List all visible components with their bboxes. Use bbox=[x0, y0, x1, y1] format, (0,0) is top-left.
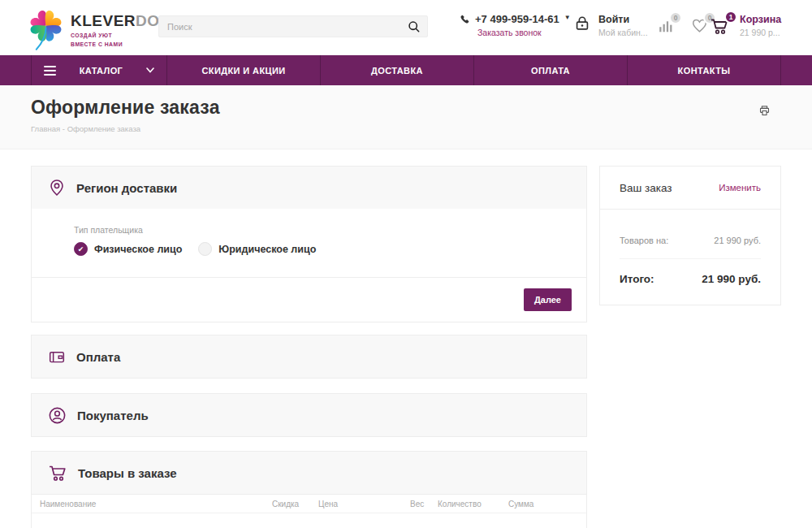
section-title: Покупатель bbox=[77, 409, 149, 422]
printer-icon bbox=[758, 105, 771, 117]
items-subtotal: 21 990 руб. bbox=[714, 236, 761, 245]
section-title: Оплата bbox=[76, 350, 120, 364]
section-delivery-region: Регион доставки Тип плательщика ✔ Физиче… bbox=[31, 166, 587, 322]
chevron-down-icon bbox=[146, 67, 154, 73]
breadcrumb-current: Оформление заказа bbox=[67, 124, 140, 133]
cart-total: 21 990 р... bbox=[740, 28, 781, 37]
summary-total-row: Итого: 21 990 руб. bbox=[620, 259, 761, 301]
cart-icon bbox=[48, 464, 67, 482]
radio-legal-entity[interactable]: ✔ Юридическое лицо bbox=[198, 242, 316, 256]
nav-item-catalog[interactable]: КАТАЛОГ bbox=[31, 55, 166, 85]
section-order-items: Товары в заказе Наименование Скидка Цена… bbox=[31, 451, 587, 528]
order-table-header: Наименование Скидка Цена Вес Количество … bbox=[32, 494, 586, 513]
login-block[interactable]: Войти Мой кабин... bbox=[573, 14, 648, 37]
header-counters: 0 0 bbox=[658, 18, 708, 33]
store-logo[interactable]: KLEVERDOM СОЗДАЙ УЮТ ВМЕСТЕ С НАМИ bbox=[27, 5, 173, 52]
nav-item-payment[interactable]: ОПЛАТА bbox=[473, 55, 627, 85]
hamburger-icon bbox=[44, 66, 56, 76]
main-content: Регион доставки Тип плательщика ✔ Физиче… bbox=[0, 149, 812, 528]
col-sum: Сумма bbox=[508, 500, 533, 509]
account-link[interactable]: Мой кабин... bbox=[598, 28, 648, 37]
phone-block: +7 499-959-14-61 ▼ Заказать звонок bbox=[460, 13, 571, 37]
nav-item-sales[interactable]: СКИДКИ И АКЦИИ bbox=[166, 55, 320, 85]
nav-item-delivery[interactable]: ДОСТАВКА bbox=[320, 55, 473, 85]
cart-count-badge: 1 bbox=[724, 11, 737, 24]
clover-logo-icon bbox=[27, 5, 65, 52]
search-box bbox=[158, 15, 428, 37]
favorites-button[interactable]: 0 bbox=[691, 18, 708, 33]
user-icon bbox=[48, 406, 67, 425]
chevron-down-icon: ▼ bbox=[564, 14, 571, 21]
next-button[interactable]: Далее bbox=[524, 288, 572, 311]
radio-individual[interactable]: ✔ Физическое лицо bbox=[74, 242, 182, 256]
cart-label: Корзина bbox=[740, 14, 781, 25]
section-title: Товары в заказе bbox=[78, 466, 177, 480]
page-title: Оформление заказа bbox=[31, 97, 781, 119]
wallet-icon bbox=[48, 348, 66, 366]
summary-title: Ваш заказ bbox=[620, 182, 672, 194]
order-summary-panel: Ваш заказ Изменить Товаров на: 21 990 ру… bbox=[599, 166, 781, 305]
section-customer: Покупатель bbox=[31, 393, 587, 437]
map-pin-icon bbox=[48, 178, 66, 197]
col-name: Наименование bbox=[40, 500, 96, 509]
col-discount: Скидка bbox=[272, 500, 299, 509]
radio-icon: ✔ bbox=[74, 242, 88, 256]
section-payment: Оплата bbox=[31, 335, 587, 379]
compare-count-badge: 0 bbox=[669, 11, 682, 24]
page-header: Оформление заказа Главная - Оформление з… bbox=[0, 85, 812, 149]
radio-icon: ✔ bbox=[198, 242, 212, 256]
payer-type-label: Тип плательщика bbox=[74, 225, 586, 235]
top-header: KLEVERDOM СОЗДАЙ УЮТ ВМЕСТЕ С НАМИ +7 49… bbox=[0, 0, 812, 55]
cart-button[interactable]: 1 Корзина 21 990 р... bbox=[710, 14, 781, 37]
col-weight: Вес bbox=[410, 500, 424, 509]
lock-icon bbox=[573, 14, 591, 33]
section-title: Регион доставки bbox=[76, 181, 177, 195]
nav-item-contacts[interactable]: КОНТАКТЫ bbox=[627, 55, 781, 85]
callback-link[interactable]: Заказать звонок bbox=[477, 28, 571, 37]
phone-icon bbox=[460, 14, 470, 24]
login-link[interactable]: Войти bbox=[598, 14, 648, 25]
breadcrumb: Главная - Оформление заказа bbox=[31, 124, 781, 133]
main-navigation: КАТАЛОГ СКИДКИ И АКЦИИ ДОСТАВКА ОПЛАТА К… bbox=[0, 55, 812, 85]
order-table-body bbox=[32, 513, 586, 528]
search-input[interactable] bbox=[159, 22, 400, 32]
summary-items-row: Товаров на: 21 990 руб. bbox=[620, 214, 761, 259]
col-quantity: Количество bbox=[438, 500, 482, 509]
breadcrumb-home[interactable]: Главная bbox=[31, 124, 60, 133]
col-price: Цена bbox=[318, 500, 338, 509]
edit-order-link[interactable]: Изменить bbox=[719, 183, 761, 193]
compare-button[interactable]: 0 bbox=[658, 18, 674, 33]
search-icon bbox=[407, 19, 421, 33]
search-button[interactable] bbox=[400, 16, 427, 37]
order-total: 21 990 руб. bbox=[702, 273, 761, 285]
print-button[interactable] bbox=[758, 105, 771, 117]
phone-number[interactable]: +7 499-959-14-61 ▼ bbox=[460, 13, 571, 25]
